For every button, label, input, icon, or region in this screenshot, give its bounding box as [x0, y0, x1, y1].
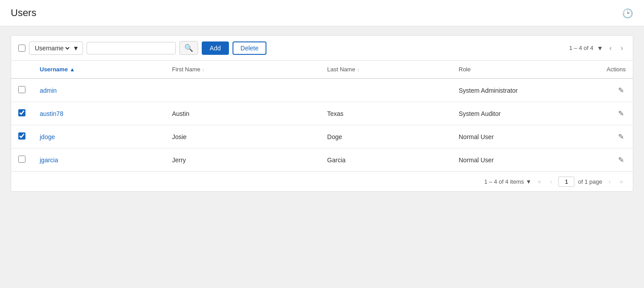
select-all-checkbox[interactable] — [18, 45, 25, 52]
row-checkbox[interactable] — [18, 109, 25, 116]
username-sort-icon[interactable]: ▲ — [70, 66, 75, 73]
col-role-header: Role — [459, 66, 471, 73]
col-actions-header: Actions — [607, 66, 626, 73]
table-row: jgarcia Jerry Garcia Normal User ✎ — [11, 148, 633, 172]
col-lastname-header[interactable]: Last Name — [327, 66, 355, 73]
search-button[interactable]: 🔍 — [179, 41, 198, 55]
firstname-sort-icon[interactable]: ↕ — [202, 67, 205, 72]
first-page-button[interactable]: « — [535, 176, 544, 187]
table-row: austin78 Austin Texas System Auditor ✎ — [11, 102, 633, 125]
prev-page-button[interactable]: ‹ — [548, 176, 555, 187]
username-link[interactable]: jdoge — [40, 133, 55, 140]
filter-dropdown[interactable]: Username ▼ — [29, 41, 83, 55]
lastname-cell: Doge — [320, 125, 452, 148]
row-checkbox[interactable] — [18, 132, 25, 140]
table-row: admin System Administrator ✎ — [11, 78, 633, 102]
of-page-label: of 1 page — [578, 178, 602, 185]
role-cell: Normal User — [452, 148, 584, 172]
role-cell: Normal User — [452, 125, 584, 148]
lastname-cell — [320, 78, 452, 102]
username-link[interactable]: austin78 — [40, 110, 63, 117]
edit-button[interactable]: ✎ — [616, 85, 626, 95]
lastname-cell: Texas — [320, 102, 452, 125]
row-checkbox[interactable] — [18, 156, 25, 163]
firstname-cell: Jerry — [165, 148, 320, 172]
role-cell: System Administrator — [452, 78, 584, 102]
lastname-cell: Garcia — [320, 148, 452, 172]
role-cell: System Auditor — [452, 102, 584, 125]
page-number-input[interactable] — [558, 177, 574, 187]
firstname-cell: Josie — [165, 125, 320, 148]
search-input[interactable] — [87, 42, 176, 54]
edit-button[interactable]: ✎ — [616, 132, 626, 142]
filter-select[interactable]: Username — [33, 44, 71, 52]
delete-button[interactable]: Delete — [233, 41, 266, 55]
filter-chevron-icon: ▼ — [73, 45, 79, 52]
firstname-cell: Austin — [165, 102, 320, 125]
lastname-sort-icon[interactable]: ↕ — [357, 67, 360, 72]
edit-button[interactable]: ✎ — [616, 108, 626, 119]
username-link[interactable]: jgarcia — [40, 156, 58, 164]
footer-items-chevron[interactable]: ▼ — [526, 178, 532, 185]
col-firstname-header[interactable]: First Name — [172, 66, 200, 73]
prev-page-top-button[interactable]: ‹ — [607, 43, 614, 53]
add-button[interactable]: Add — [202, 41, 229, 55]
username-link[interactable]: admin — [40, 87, 57, 94]
page-title: Users — [11, 7, 36, 18]
next-page-button[interactable]: › — [606, 176, 614, 187]
next-page-top-button[interactable]: › — [618, 43, 626, 53]
last-page-button[interactable]: » — [617, 176, 626, 187]
edit-button[interactable]: ✎ — [616, 155, 626, 165]
firstname-cell — [165, 78, 320, 102]
footer-items-label: 1 – 4 of 4 items — [484, 178, 524, 185]
items-count-chevron[interactable]: ▼ — [597, 45, 603, 52]
items-count: 1 – 4 of 4 — [569, 45, 593, 51]
history-icon[interactable]: 🕑 — [622, 8, 633, 19]
table-row: jdoge Josie Doge Normal User ✎ — [11, 125, 633, 148]
col-username-header[interactable]: Username — [40, 66, 68, 73]
row-checkbox[interactable] — [18, 86, 25, 93]
